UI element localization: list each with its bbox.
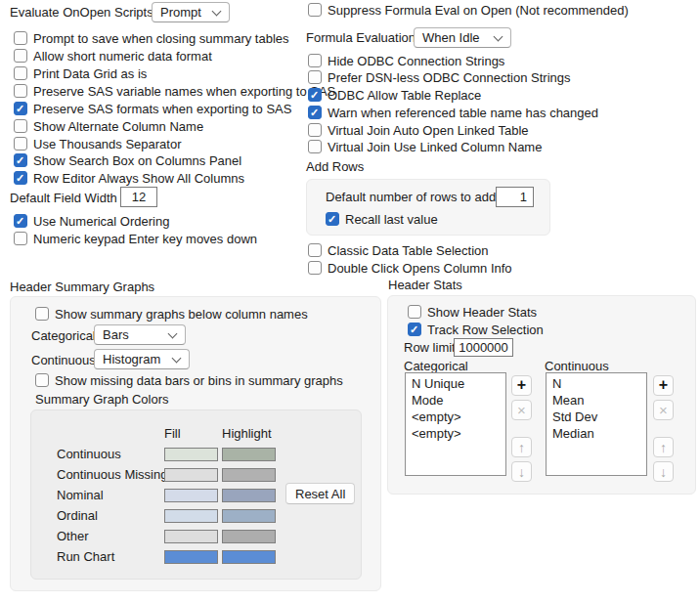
evaluate-onopen-dropdown[interactable]: Prompt — [152, 2, 230, 22]
checkbox-label: Show Header Stats — [427, 305, 537, 320]
cb-sas-formats[interactable]: Preserve SAS formats when exporting to S… — [14, 101, 291, 116]
continuous-highlight-swatch[interactable] — [222, 448, 276, 461]
checkbox-box — [408, 323, 421, 336]
continuous-graph-label: Continuous — [31, 353, 96, 368]
continuous-move-up-button[interactable]: ↑ — [653, 437, 674, 457]
nominal-highlight-swatch[interactable] — [222, 489, 276, 502]
list-item[interactable]: Mode — [406, 392, 505, 409]
continuous-graph-dropdown[interactable]: Histogram — [94, 349, 190, 369]
cb-suppress-formula-eval[interactable]: Suppress Formula Eval on Open (Not recom… — [308, 2, 629, 18]
cb-thousands-separator[interactable]: Use Thousands Separator — [14, 136, 182, 151]
cb-warn-referenced-table[interactable]: Warn when referenced table name has chan… — [308, 105, 598, 120]
other-fill-swatch[interactable] — [164, 530, 218, 543]
checkbox-label: Show Search Box on Columns Panel — [33, 153, 241, 168]
ordinal-fill-swatch[interactable] — [164, 509, 218, 523]
list-item[interactable]: Std Dev — [547, 409, 646, 425]
data-table-preferences-panel: Evaluate OnOpen Scripts Prompt Prompt to… — [0, 0, 700, 603]
summary-graph-colors-title: Summary Graph Colors — [35, 392, 169, 408]
list-item[interactable]: <empty> — [406, 425, 505, 442]
continuous-missing-fill-swatch[interactable] — [164, 468, 218, 482]
arrow-up-icon: ↑ — [660, 441, 667, 454]
categorical-stats-list[interactable]: N Unique Mode <empty> <empty> — [405, 372, 506, 476]
continuous-missing-highlight-swatch[interactable] — [222, 468, 276, 482]
categorical-graph-dropdown[interactable]: Bars — [94, 324, 186, 345]
categorical-add-stat-button[interactable]: + — [511, 375, 532, 396]
checkbox-label: Prompt to save when closing summary tabl… — [33, 31, 289, 46]
continuous-remove-stat-button[interactable]: × — [653, 400, 674, 420]
continuous-move-down-button[interactable]: ↓ — [653, 461, 674, 482]
categorical-move-down-button[interactable]: ↓ — [511, 461, 532, 482]
formula-evaluation-dropdown[interactable]: When Idle — [414, 27, 511, 48]
checkbox-label: Show Alternate Column Name — [33, 119, 203, 134]
other-highlight-swatch[interactable] — [222, 530, 276, 543]
list-item[interactable]: N Unique — [406, 375, 505, 392]
categorical-move-up-button[interactable]: ↑ — [511, 437, 532, 457]
cb-classic-selection[interactable]: Classic Data Table Selection — [308, 242, 489, 258]
dropdown-value: Histogram — [103, 352, 160, 366]
cb-sas-variable-names[interactable]: Preserve SAS variable names when exporti… — [14, 83, 335, 99]
formula-evaluation-label: Formula Evaluation — [306, 30, 416, 46]
checkbox-box — [308, 140, 322, 153]
list-item[interactable]: Median — [547, 425, 646, 442]
row-limit-label: Row limit — [404, 340, 456, 356]
checkbox-label: Warn when referenced table name has chan… — [328, 106, 598, 120]
cb-prompt-save[interactable]: Prompt to save when closing summary tabl… — [14, 30, 289, 46]
cb-numeric-keypad-enter[interactable]: Numeric keypad Enter key moves down — [14, 231, 257, 246]
checkbox-box — [308, 243, 322, 257]
checkbox-box — [14, 153, 27, 167]
checkbox-label: Show missing data bars or bins in summar… — [55, 373, 343, 388]
cb-row-editor-all-columns[interactable]: Row Editor Always Show All Columns — [14, 170, 244, 186]
categorical-remove-stat-button[interactable]: × — [511, 400, 532, 420]
cb-show-header-stats[interactable]: Show Header Stats — [408, 304, 537, 320]
cb-print-grid[interactable]: Print Data Grid as is — [14, 65, 147, 81]
default-rows-input[interactable] — [496, 187, 534, 207]
default-field-width-input[interactable] — [120, 187, 157, 207]
checkbox-box — [14, 66, 27, 80]
continuous-stats-list[interactable]: N Mean Std Dev Median — [546, 372, 647, 476]
dropdown-value: Bars — [103, 327, 129, 342]
continuous-fill-swatch[interactable] — [164, 448, 218, 461]
reset-all-button[interactable]: Reset All — [285, 483, 355, 504]
color-row-label: Run Chart — [57, 549, 114, 565]
run-chart-highlight-swatch[interactable] — [222, 550, 276, 564]
checkbox-label: Show summary graphs below column names — [55, 307, 308, 322]
run-chart-fill-swatch[interactable] — [164, 550, 218, 564]
nominal-fill-swatch[interactable] — [164, 489, 218, 502]
checkbox-box — [408, 305, 421, 319]
row-limit-input[interactable] — [454, 338, 513, 357]
cb-alternate-column-name[interactable]: Show Alternate Column Name — [14, 118, 203, 134]
chevron-down-icon — [212, 6, 222, 16]
cb-show-summary-graphs[interactable]: Show summary graphs below column names — [35, 306, 308, 322]
evaluate-onopen-label: Evaluate OnOpen Scripts — [10, 5, 153, 21]
checkbox-label: ODBC Allow Table Replace — [328, 88, 481, 103]
checkbox-label: Virtual Join Auto Open Linked Table — [328, 123, 529, 138]
header-stats-title: Header Stats — [388, 278, 462, 293]
checkbox-box — [308, 54, 322, 67]
default-field-width-label: Default Field Width — [10, 191, 117, 206]
dropdown-value: Prompt — [160, 5, 201, 20]
cb-short-numeric[interactable]: Allow short numeric data format — [14, 48, 212, 64]
list-item[interactable]: N — [547, 375, 646, 392]
checkbox-label: Double Click Opens Column Info — [328, 261, 512, 276]
cb-virtual-join-auto-open[interactable]: Virtual Join Auto Open Linked Table — [308, 122, 529, 138]
cb-hide-odbc[interactable]: Hide ODBC Connection Strings — [308, 53, 504, 68]
checkbox-label: Allow short numeric data format — [33, 49, 212, 64]
arrow-up-icon: ↑ — [518, 441, 525, 454]
ordinal-highlight-swatch[interactable] — [222, 509, 276, 523]
cb-prefer-dsn-less[interactable]: Prefer DSN-less ODBC Connection Strings — [308, 69, 571, 85]
cb-numerical-ordering[interactable]: Use Numerical Ordering — [14, 213, 169, 229]
checkbox-label: Suppress Formula Eval on Open (Not recom… — [328, 3, 629, 18]
list-item[interactable]: Mean — [547, 392, 646, 409]
cb-virtual-join-linked-column[interactable]: Virtual Join Use Linked Column Name — [308, 139, 542, 154]
cb-search-box-columns[interactable]: Show Search Box on Columns Panel — [14, 152, 241, 168]
default-rows-label: Default number of rows to add — [326, 190, 496, 205]
cb-show-missing-bars[interactable]: Show missing data bars or bins in summar… — [35, 372, 343, 388]
cb-double-click-column-info[interactable]: Double Click Opens Column Info — [308, 260, 512, 276]
list-item[interactable]: <empty> — [406, 409, 505, 425]
cb-recall-last-value[interactable]: Recall last value — [326, 211, 438, 227]
cb-odbc-allow-replace[interactable]: ODBC Allow Table Replace — [308, 87, 481, 103]
cb-track-row-selection[interactable]: Track Row Selection — [408, 322, 544, 337]
checkbox-label: Virtual Join Use Linked Column Name — [328, 140, 542, 154]
continuous-add-stat-button[interactable]: + — [653, 375, 674, 396]
add-rows-title: Add Rows — [306, 159, 364, 175]
